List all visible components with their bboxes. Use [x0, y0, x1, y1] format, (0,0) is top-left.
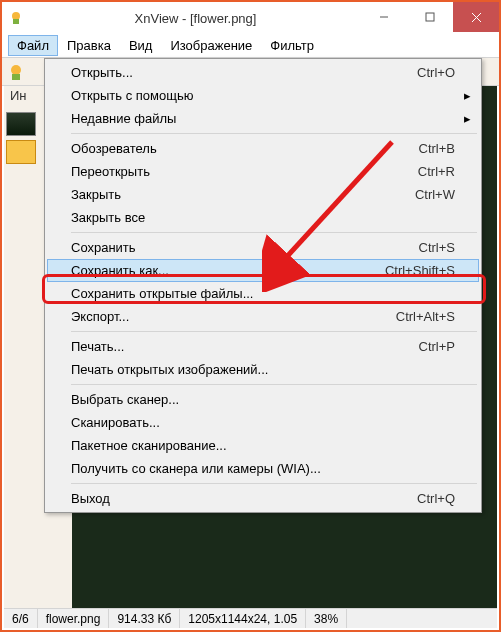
svg-rect-3 — [426, 13, 434, 21]
menu-item-export[interactable]: Экспорт... Ctrl+Alt+S — [47, 305, 479, 328]
menu-item-print[interactable]: Печать... Ctrl+P — [47, 335, 479, 358]
window-title: XnView - [flower.png] — [30, 11, 361, 26]
menu-item-close-all[interactable]: Закрыть все — [47, 206, 479, 229]
status-bar: 6/6 flower.png 914.33 Кб 1205x1144x24, 1… — [4, 608, 497, 628]
svg-point-6 — [11, 65, 21, 75]
menu-item-select-scanner[interactable]: Выбрать сканер... — [47, 388, 479, 411]
menu-item-save-as[interactable]: Сохранить как... Ctrl+Shift+S — [47, 259, 479, 282]
status-filename: flower.png — [38, 609, 110, 628]
menu-separator — [71, 384, 477, 385]
menu-item-batch-scan[interactable]: Пакетное сканирование... — [47, 434, 479, 457]
title-bar: XnView - [flower.png] — [2, 2, 499, 34]
menu-filter[interactable]: Фильтр — [261, 35, 323, 56]
minimize-button[interactable] — [361, 2, 407, 32]
menu-item-save[interactable]: Сохранить Ctrl+S — [47, 236, 479, 259]
menu-item-scan[interactable]: Сканировать... — [47, 411, 479, 434]
thumbnail-strip — [6, 112, 40, 168]
window-controls — [361, 2, 499, 34]
svg-rect-7 — [12, 74, 20, 80]
menu-item-wia-acquire[interactable]: Получить со сканера или камеры (WIA)... — [47, 457, 479, 480]
file-menu-dropdown: Открыть... Ctrl+O Открыть с помощью ▸ Не… — [44, 58, 482, 513]
menu-item-exit[interactable]: Выход Ctrl+Q — [47, 487, 479, 510]
menu-file[interactable]: Файл — [8, 35, 58, 56]
toolbar-app-icon — [6, 62, 26, 82]
menu-item-recent-files[interactable]: Недавние файлы ▸ — [47, 107, 479, 130]
thumbnail-image[interactable] — [6, 112, 36, 136]
chevron-right-icon: ▸ — [464, 88, 471, 103]
svg-point-0 — [12, 12, 20, 20]
status-filesize: 914.33 Кб — [109, 609, 180, 628]
panel-label: Ин — [4, 88, 38, 103]
menu-item-open-with[interactable]: Открыть с помощью ▸ — [47, 84, 479, 107]
menu-item-open[interactable]: Открыть... Ctrl+O — [47, 61, 479, 84]
menu-separator — [71, 483, 477, 484]
menu-item-save-open-files[interactable]: Сохранить открытые файлы... — [47, 282, 479, 305]
menu-item-browser[interactable]: Обозреватель Ctrl+B — [47, 137, 479, 160]
app-icon — [8, 10, 24, 26]
menu-item-print-open-images[interactable]: Печать открытых изображений... — [47, 358, 479, 381]
menu-view[interactable]: Вид — [120, 35, 162, 56]
thumbnail-folder[interactable] — [6, 140, 36, 164]
status-dimensions: 1205x1144x24, 1.05 — [180, 609, 306, 628]
menu-edit[interactable]: Правка — [58, 35, 120, 56]
menu-item-reopen[interactable]: Переоткрыть Ctrl+R — [47, 160, 479, 183]
maximize-button[interactable] — [407, 2, 453, 32]
menu-separator — [71, 331, 477, 332]
close-button[interactable] — [453, 2, 499, 32]
chevron-right-icon: ▸ — [464, 111, 471, 126]
status-page: 6/6 — [4, 609, 38, 628]
menu-item-close[interactable]: Закрыть Ctrl+W — [47, 183, 479, 206]
menu-separator — [71, 232, 477, 233]
menu-separator — [71, 133, 477, 134]
menu-image[interactable]: Изображение — [161, 35, 261, 56]
status-zoom: 38% — [306, 609, 347, 628]
svg-rect-1 — [13, 19, 19, 24]
menu-bar: Файл Правка Вид Изображение Фильтр — [2, 34, 499, 58]
